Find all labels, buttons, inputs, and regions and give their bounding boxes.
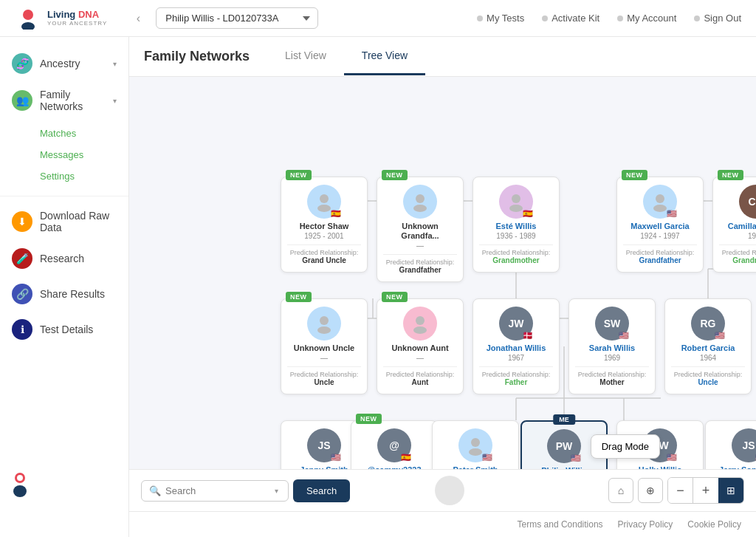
svg-point-35 <box>317 326 331 334</box>
my-account-link[interactable]: My Account <box>617 13 676 24</box>
locate-button[interactable]: ⊕ <box>638 478 663 503</box>
search-input[interactable] <box>165 485 269 496</box>
person-card-peter[interactable]: 🇺🇸 Peter Smith — Predicted Relationship:… <box>432 420 519 469</box>
person-name[interactable]: Maxwell Garcia <box>623 222 697 231</box>
rel-label: Predicted Relationship: <box>479 371 553 378</box>
svg-point-30 <box>656 194 664 203</box>
person-card-sammy[interactable]: NEW @ 🇪🇸 @sammy2323 — Predicted Relation… <box>351 420 438 469</box>
page-title: Family Networks <box>144 37 267 76</box>
search-dropdown-button[interactable]: ▾ <box>273 487 280 495</box>
logo-icon <box>15 5 41 32</box>
person-name[interactable]: Robert Garcia <box>671 343 745 353</box>
logo: Living DNA YOUR ANCESTRY <box>15 5 107 32</box>
avatar-container: CG 🇬🇧 <box>739 185 756 219</box>
tabs: List View Tree View <box>267 38 425 75</box>
person-years: — <box>383 242 457 250</box>
zoom-fit-button[interactable]: ⊞ <box>718 478 743 503</box>
sidebar-item-ancestry[interactable]: 🧬 Ancestry ▾ <box>0 46 128 81</box>
activate-kit-link[interactable]: Activate Kit <box>542 13 599 24</box>
svg-point-25 <box>317 205 331 212</box>
rel-label: Predicted Relationship: <box>287 371 361 378</box>
avatar-container: PW 🇺🇸 <box>547 429 581 463</box>
search-container: 🔍 ▾ Search <box>141 479 350 502</box>
person-card-hector[interactable]: NEW 🇪🇸 Hector Shaw 1925 - 2001 Predicted… <box>281 177 368 273</box>
person-years: 1967 <box>479 354 553 362</box>
mascot <box>9 471 31 500</box>
person-name[interactable]: Camilla Garcia <box>719 222 756 231</box>
person-card-este[interactable]: 🇪🇸 Esté Willis 1936 - 1989 Predicted Rel… <box>472 177 560 273</box>
sidebar-item-research-label: Research <box>40 253 117 264</box>
rel-label: Predicted Relationship: <box>383 259 457 266</box>
avatar-container: @ 🇪🇸 <box>377 428 411 462</box>
person-card-unknown-aunt[interactable]: NEW Unknown Aunt — Predicted Relationshi… <box>377 298 464 394</box>
sidebar-toggle-icon[interactable]: ‹ <box>129 10 147 27</box>
search-button[interactable]: Search <box>293 479 350 502</box>
rel-value: Grandfather <box>383 266 457 274</box>
zoom-out-button[interactable]: − <box>668 478 693 503</box>
svg-point-29 <box>509 205 523 212</box>
tree-container[interactable]: NEW 🇪🇸 Hector Shaw 1925 - 2001 Predicted… <box>129 77 756 469</box>
sidebar-item-test-details[interactable]: ℹ Test Details <box>0 312 128 347</box>
person-name[interactable]: Sarah Willis <box>575 343 649 353</box>
sidebar: 🧬 Ancestry ▾ 👥 Family Networks ▾ Matches… <box>0 37 129 537</box>
avatar-container: 🇪🇸 <box>499 185 533 219</box>
person-card-jerry[interactable]: JS 🇺🇸 Jerry Somerset 1987 Predicted Rela… <box>705 420 756 469</box>
new-badge: NEW <box>622 170 647 180</box>
sidebar-item-family-label: Family Networks <box>40 89 106 112</box>
tab-list-view[interactable]: List View <box>267 38 344 75</box>
person-name[interactable]: Esté Willis <box>479 222 553 231</box>
rel-value: Uncle <box>671 378 745 386</box>
sidebar-item-settings[interactable]: Settings <box>0 165 128 187</box>
person-card-maxwell[interactable]: NEW 🇺🇸 Maxwell Garcia 1924 - 1997 Predic… <box>616 177 704 273</box>
sidebar-item-research[interactable]: 🧪 Research <box>0 241 128 276</box>
my-tests-link[interactable]: My Tests <box>477 13 524 24</box>
person-name[interactable]: Unknown Uncle <box>287 343 361 353</box>
sidebar-item-test-label: Test Details <box>40 324 117 335</box>
rel-value: Aunt <box>383 378 457 386</box>
main-content: Family Networks List View Tree View <box>129 37 756 537</box>
me-badge: ME <box>553 414 575 425</box>
person-years: 1926 <box>719 232 756 240</box>
sidebar-item-matches[interactable]: Matches <box>0 123 128 144</box>
svg-point-1 <box>21 22 35 30</box>
rel-label: Predicted Relationship: <box>287 249 361 256</box>
home-button[interactable]: ⌂ <box>608 478 633 503</box>
person-card-sarah[interactable]: SW 🇺🇸 Sarah Willis 1969 Predicted Relati… <box>568 298 656 394</box>
person-name[interactable]: Unknown Aunt <box>383 343 457 353</box>
rel-label: Predicted Relationship: <box>623 249 697 256</box>
tab-tree-view[interactable]: Tree View <box>344 38 425 75</box>
person-years: 1936 - 1989 <box>479 232 553 240</box>
person-card-unknown-uncle1[interactable]: NEW Unknown Uncle — Predicted Relationsh… <box>281 298 368 394</box>
main-layout: 🧬 Ancestry ▾ 👥 Family Networks ▾ Matches… <box>0 37 756 537</box>
svg-point-31 <box>653 205 667 212</box>
person-name[interactable]: Unknown Grandfa... <box>383 222 457 241</box>
svg-point-26 <box>416 194 425 203</box>
sign-out-link[interactable]: Sign Out <box>694 13 741 24</box>
rel-value: Grandfather <box>623 256 697 264</box>
svg-point-3 <box>13 485 27 497</box>
new-badge: NEW <box>382 170 408 180</box>
person-card-jonathan[interactable]: JW 🇩🇰 Jonathan Willis 1967 Predicted Rel… <box>472 298 560 394</box>
sidebar-item-share[interactable]: 🔗 Share Results <box>0 276 128 312</box>
person-card-unknown-grandfa[interactable]: NEW Unknown Grandfa... — Predicted Relat… <box>377 177 464 282</box>
person-card-robert[interactable]: RG 🇺🇸 Robert Garcia 1964 Predicted Relat… <box>664 298 752 394</box>
person-name[interactable]: Hector Shaw <box>287 222 361 231</box>
cookie-link[interactable]: Cookie Policy <box>687 519 741 530</box>
privacy-link[interactable]: Privacy Policy <box>618 519 673 530</box>
terms-link[interactable]: Terms and Conditions <box>518 519 603 530</box>
sidebar-item-download[interactable]: ⬇ Download Raw Data <box>0 202 128 241</box>
person-name[interactable]: Jonathan Willis <box>479 343 553 353</box>
svg-point-37 <box>413 326 427 334</box>
sidebar-item-family-networks[interactable]: 👥 Family Networks ▾ <box>0 81 128 120</box>
svg-point-4 <box>17 475 23 481</box>
new-badge: NEW <box>286 292 312 302</box>
avatar-container: SW 🇺🇸 <box>595 307 629 341</box>
kit-selector[interactable]: Philip Willis - LD0120733A <box>156 7 318 29</box>
avatar-container: RG 🇺🇸 <box>691 307 725 341</box>
person-card-camilla[interactable]: NEW CG 🇬🇧 Camilla Garcia 1926 Predicted … <box>712 177 756 273</box>
drag-mode-button[interactable]: Drag Mode <box>591 434 660 459</box>
svg-point-41 <box>469 448 482 456</box>
rel-value: Uncle <box>287 378 361 386</box>
zoom-in-button[interactable]: + <box>693 478 718 503</box>
sidebar-item-messages[interactable]: Messages <box>0 144 128 165</box>
